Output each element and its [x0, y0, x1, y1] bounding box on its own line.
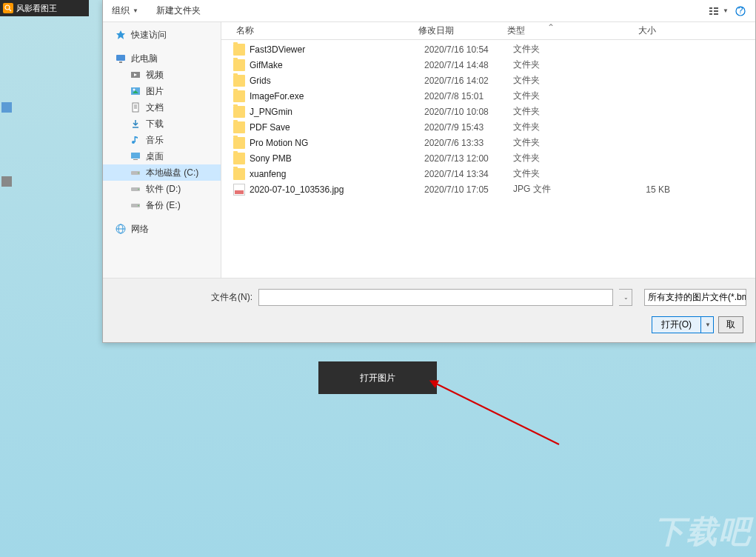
file-name: 2020-07-10_103536.jpg	[250, 184, 424, 195]
sidebar-item-downloads[interactable]: 下载	[103, 116, 221, 132]
sidebar-item-music[interactable]: 音乐	[103, 132, 221, 148]
sidebar-item-label: 文档	[146, 101, 164, 114]
file-date: 2020/7/14 14:48	[424, 60, 513, 70]
new-folder-label: 新建文件夹	[156, 4, 201, 17]
open-button-dropdown[interactable]: ▼	[701, 317, 713, 333]
filetype-label: 所有支持的图片文件(*.bmp	[648, 291, 746, 304]
file-type: 文件夹	[513, 121, 603, 133]
file-row[interactable]: GifMake2020/7/14 14:48文件夹	[221, 57, 755, 73]
new-folder-button[interactable]: 新建文件夹	[156, 4, 201, 17]
svg-rect-12	[119, 61, 122, 63]
sidebar-item-desktop[interactable]: 桌面	[103, 148, 221, 164]
chevron-down-icon: ▼	[723, 7, 729, 14]
header-date[interactable]: 修改日期	[412, 22, 501, 39]
header-type[interactable]: 类型	[501, 22, 592, 39]
svg-point-0	[5, 5, 10, 10]
app-logo-icon	[3, 3, 13, 13]
file-date: 2020/7/10 10:08	[424, 107, 513, 117]
svg-point-28	[138, 173, 139, 174]
file-date: 2020/7/8 15:01	[424, 91, 513, 101]
app-titlebar: 风影看图王	[0, 0, 89, 16]
filename-input[interactable]	[258, 289, 613, 306]
folder-icon	[233, 44, 245, 56]
sidebar-item-label: 软件 (D:)	[146, 183, 181, 196]
folder-icon	[233, 106, 245, 118]
svg-point-32	[138, 205, 139, 207]
folder-icon	[233, 137, 245, 149]
open-image-label: 打开图片	[360, 372, 395, 384]
file-name: Grids	[250, 76, 424, 86]
watermark: 下载吧	[654, 511, 752, 553]
drive-icon	[130, 199, 141, 211]
svg-rect-5	[714, 7, 718, 9]
svg-rect-3	[709, 10, 712, 12]
filename-history-dropdown[interactable]: ⌄	[619, 289, 632, 306]
svg-rect-25	[131, 153, 140, 159]
chevron-down-icon: ⌄	[623, 294, 629, 301]
file-row[interactable]: PDF Save2020/7/9 15:43文件夹	[221, 119, 755, 135]
file-date: 2020/7/13 12:00	[424, 153, 513, 164]
file-row[interactable]: Fast3DViewer2020/7/16 10:54文件夹	[221, 41, 755, 57]
file-name: Fast3DViewer	[250, 44, 424, 55]
music-icon	[130, 134, 141, 146]
sidebar-item-label: 桌面	[146, 150, 164, 163]
folder-icon	[233, 75, 245, 87]
svg-rect-26	[133, 159, 138, 160]
cancel-button[interactable]: 取	[718, 316, 743, 333]
image-file-icon	[233, 184, 245, 196]
svg-rect-4	[709, 13, 712, 15]
file-row[interactable]: Pro Motion NG2020/7/6 13:33文件夹	[221, 135, 755, 150]
open-image-button[interactable]: 打开图片	[318, 361, 437, 394]
organize-menu[interactable]: 组织 ▼	[112, 4, 138, 17]
sidebar-item-this-pc[interactable]: 此电脑	[103, 50, 221, 67]
open-button[interactable]: 打开(O) ▼	[652, 316, 714, 333]
file-row[interactable]: Grids2020/7/16 14:02文件夹	[221, 73, 755, 88]
header-size[interactable]: 大小	[592, 22, 666, 39]
file-date: 2020/7/16 10:54	[424, 44, 513, 55]
folder-icon	[233, 59, 245, 71]
svg-rect-24	[135, 136, 136, 142]
file-size: 15 KB	[603, 184, 670, 195]
sidebar-item-documents[interactable]: 文档	[103, 99, 221, 116]
file-date: 2020/7/9 15:43	[424, 122, 513, 133]
sidebar-item-videos[interactable]: 视频	[103, 67, 221, 83]
filetype-select[interactable]: 所有支持的图片文件(*.bmp	[644, 289, 746, 306]
file-name: Sony PMB	[250, 153, 424, 164]
svg-marker-10	[116, 30, 125, 39]
dialog-toolbar: 组织 ▼ 新建文件夹 ▼ ?	[103, 0, 755, 22]
drive-icon	[130, 167, 141, 179]
folder-icon	[233, 121, 245, 133]
file-name: GifMake	[250, 60, 424, 70]
picture-icon	[130, 85, 141, 97]
sidebar-item-quick-access[interactable]: 快速访问	[103, 27, 221, 43]
sidebar-item-pictures[interactable]: 图片	[103, 83, 221, 99]
organize-label: 组织	[112, 4, 130, 17]
sidebar-item-label: 图片	[146, 85, 164, 98]
file-list-area: 名称 ⌃ 修改日期 类型 大小 Fast3DViewer2020/7/16 10…	[221, 22, 755, 278]
sidebar-item-local-disk-c[interactable]: 本地磁盘 (C:)	[103, 164, 221, 181]
sidebar-item-network[interactable]: 网络	[103, 221, 221, 237]
svg-text:?: ?	[738, 5, 743, 16]
sidebar-item-label: 视频	[146, 69, 164, 81]
file-name: ImageFor.exe	[250, 91, 424, 101]
sidebar-item-backup-e[interactable]: 备份 (E:)	[103, 197, 221, 213]
view-mode-button[interactable]: ▼	[708, 5, 729, 17]
help-button[interactable]: ?	[735, 5, 746, 17]
cancel-button-label: 取	[726, 318, 735, 331]
file-list: Fast3DViewer2020/7/16 10:54文件夹GifMake202…	[221, 40, 755, 278]
file-row[interactable]: J_PNGmin2020/7/10 10:08文件夹	[221, 104, 755, 119]
file-row[interactable]: 2020-07-10_103536.jpg2020/7/10 17:05JPG …	[221, 181, 755, 197]
file-date: 2020/7/14 13:34	[424, 169, 513, 179]
file-type: 文件夹	[513, 136, 603, 149]
sidebar-item-software-d[interactable]: 软件 (D:)	[103, 181, 221, 197]
file-row[interactable]: ImageFor.exe2020/7/8 15:01文件夹	[221, 88, 755, 104]
header-name[interactable]: 名称	[221, 22, 412, 39]
file-row[interactable]: Sony PMB2020/7/13 12:00文件夹	[221, 150, 755, 166]
folder-icon	[233, 153, 245, 164]
file-name: J_PNGmin	[250, 107, 424, 117]
filename-label: 文件名(N):	[112, 291, 252, 304]
sidebar-item-label: 此电脑	[131, 53, 158, 65]
desktop-shortcut-icon	[1, 176, 12, 187]
file-date: 2020/7/10 17:05	[424, 184, 513, 195]
file-row[interactable]: xuanfeng2020/7/14 13:34文件夹	[221, 166, 755, 181]
